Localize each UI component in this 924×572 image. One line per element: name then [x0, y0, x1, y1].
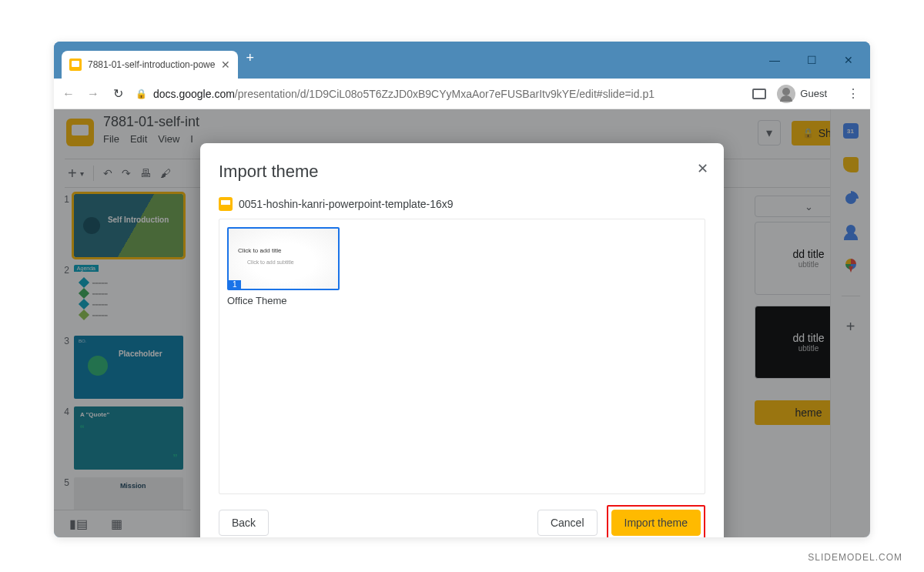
- watermark: SLIDEMODEL.COM: [808, 552, 902, 563]
- import-theme-button[interactable]: Import theme: [611, 510, 701, 536]
- browser-address-bar: ← → ↻ 🔒 docs.google.com/presentation/d/1…: [54, 79, 870, 109]
- modal-file-row: 0051-hoshin-kanri-powerpoint-template-16…: [219, 197, 705, 211]
- modal-actions: Back Cancel Import theme: [219, 505, 705, 537]
- thumb-line1: Click to add title: [238, 247, 281, 254]
- browser-window: 7881-01-self-introduction-powe ✕ + — ☐ ✕…: [54, 42, 870, 537]
- thumb-badge: 1: [229, 280, 241, 289]
- slides-favicon-icon: [69, 59, 82, 71]
- browser-tab[interactable]: 7881-01-self-introduction-powe ✕: [62, 51, 238, 79]
- nav-back-icon[interactable]: ←: [62, 87, 75, 101]
- app-area: 7881-01-self-int File Edit View I ▾ 🔒 Sh…: [54, 109, 870, 537]
- tab-title: 7881-01-self-introduction-powe: [88, 59, 215, 70]
- url-text: docs.google.com/presentation/d/1D9CiL08o…: [153, 88, 654, 100]
- browser-menu-icon[interactable]: ⋮: [844, 86, 862, 101]
- window-maximize-button[interactable]: ☐: [795, 49, 829, 72]
- highlight-box: Import theme: [607, 505, 705, 537]
- window-minimize-button[interactable]: —: [758, 49, 792, 72]
- window-close-button[interactable]: ✕: [832, 49, 865, 72]
- theme-thumbnail: Click to add title Click to add subtitle…: [227, 227, 340, 290]
- back-button[interactable]: Back: [219, 510, 269, 536]
- profile-button[interactable]: Guest: [775, 83, 835, 105]
- lock-icon: 🔒: [136, 89, 147, 99]
- thumb-line2: Click to add subtitle: [247, 259, 294, 265]
- url-field[interactable]: 🔒 docs.google.com/presentation/d/1D9CiL0…: [136, 88, 742, 100]
- browser-titlebar: 7881-01-self-introduction-powe ✕ + — ☐ ✕: [54, 42, 870, 79]
- addrbar-right: Guest ⋮: [752, 83, 862, 105]
- install-app-icon[interactable]: [752, 89, 766, 99]
- slides-file-icon: [219, 197, 233, 211]
- guest-label: Guest: [800, 88, 827, 99]
- theme-name: Office Theme: [227, 295, 340, 306]
- modal-title: Import theme: [219, 162, 705, 182]
- theme-option[interactable]: Click to add title Click to add subtitle…: [227, 227, 340, 306]
- nav-forward-icon[interactable]: →: [86, 87, 100, 101]
- import-theme-modal: Import theme ✕ 0051-hoshin-kanri-powerpo…: [200, 143, 724, 537]
- cancel-button[interactable]: Cancel: [537, 510, 598, 536]
- modal-file-name: 0051-hoshin-kanri-powerpoint-template-16…: [239, 198, 454, 210]
- window-controls: — ☐ ✕: [758, 42, 870, 79]
- theme-grid: Click to add title Click to add subtitle…: [219, 219, 705, 494]
- modal-close-button[interactable]: ✕: [697, 160, 708, 177]
- avatar-icon: [777, 85, 795, 103]
- new-tab-button[interactable]: +: [238, 51, 262, 65]
- nav-reload-icon[interactable]: ↻: [111, 86, 125, 101]
- tab-close-icon[interactable]: ✕: [221, 59, 230, 70]
